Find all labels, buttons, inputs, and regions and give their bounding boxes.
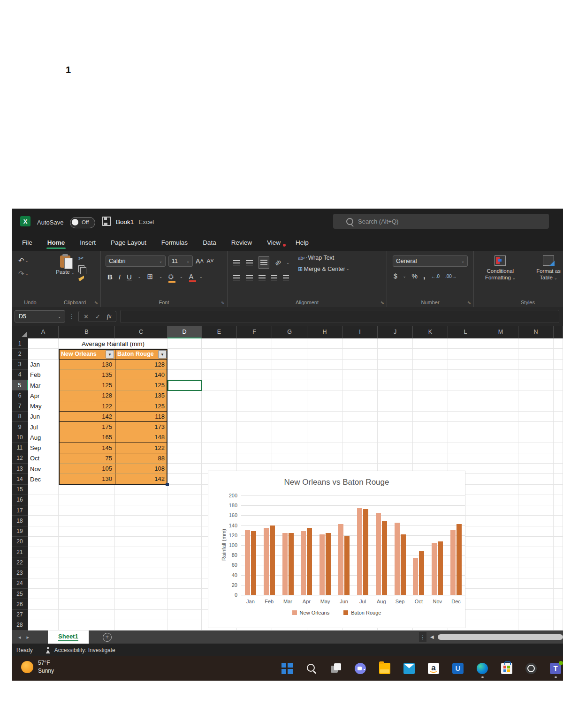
grow-font-button[interactable]: A˄ <box>196 257 204 265</box>
cell-baton-rouge-jun[interactable]: 118 <box>115 412 167 422</box>
amazon-icon[interactable]: a <box>428 663 439 674</box>
tab-file[interactable]: File <box>16 236 38 249</box>
row-header-8[interactable]: 8 <box>12 412 28 422</box>
tab-view[interactable]: View <box>261 236 286 249</box>
cell-month-jul[interactable]: Jul <box>28 422 59 432</box>
cell-baton-rouge-feb[interactable]: 140 <box>115 370 167 380</box>
row-header-28[interactable]: 28 <box>12 620 28 630</box>
task-view-icon[interactable] <box>330 663 342 674</box>
cell-new-orleans-may[interactable]: 122 <box>59 401 115 412</box>
tab-home[interactable]: Home <box>42 236 71 249</box>
row-header-1[interactable]: 1 <box>12 338 28 349</box>
orientation-button[interactable]: ab <box>274 259 282 267</box>
row-header-3[interactable]: 3 <box>12 360 28 370</box>
sheet-tab-sheet1[interactable]: Sheet1 <box>48 630 89 644</box>
column-header-E[interactable]: E <box>202 326 237 338</box>
row-header-5[interactable]: 5 <box>12 380 28 390</box>
cell-baton-rouge-mar[interactable]: 125 <box>115 380 167 390</box>
column-header-H[interactable]: H <box>307 326 342 338</box>
cell-baton-rouge-oct[interactable]: 88 <box>115 453 167 464</box>
tab-review[interactable]: Review <box>226 236 258 249</box>
conditional-formatting-button[interactable]: Conditional Formatting ⌄ <box>482 255 518 281</box>
enter-button[interactable]: ✓ <box>95 313 100 320</box>
column-header-D[interactable]: D <box>167 326 202 338</box>
row-header-25[interactable]: 25 <box>12 589 28 599</box>
cell-month-dec[interactable]: Dec <box>28 474 59 484</box>
excel-app-icon[interactable]: X <box>20 216 30 226</box>
cell-month-aug[interactable]: Aug <box>28 432 59 443</box>
cell-baton-rouge-sep[interactable]: 122 <box>115 443 167 453</box>
cell-month-may[interactable]: May <box>28 401 59 412</box>
row-header-13[interactable]: 13 <box>12 464 28 474</box>
font-size-select[interactable]: 11⌄ <box>168 255 193 267</box>
cell-baton-rouge-apr[interactable]: 135 <box>115 390 167 401</box>
increase-decimal-button[interactable]: ←.0 <box>431 274 440 279</box>
cell-new-orleans-mar[interactable]: 125 <box>59 380 115 390</box>
tab-formulas[interactable]: Formulas <box>156 236 193 249</box>
accessibility-status[interactable]: Accessibility: Investigate <box>45 647 115 653</box>
search-input[interactable]: Search (Alt+Q) <box>333 214 549 229</box>
alignment-dialog-launcher[interactable]: ⇘ <box>380 300 384 305</box>
decrease-decimal-button[interactable]: .00→ <box>445 274 456 279</box>
cell-new-orleans-apr[interactable]: 128 <box>59 390 115 401</box>
sheet-nav-arrows[interactable]: ◂▸ <box>18 634 35 640</box>
search-icon[interactable] <box>306 663 317 674</box>
row-header-4[interactable]: 4 <box>12 370 28 380</box>
cell-baton-rouge-jan[interactable]: 128 <box>115 360 167 370</box>
select-all-corner[interactable] <box>12 326 29 339</box>
tab-page-layout[interactable]: Page Layout <box>105 236 152 249</box>
column-header-C[interactable]: C <box>115 326 167 338</box>
align-middle-button[interactable] <box>246 260 253 265</box>
row-header-17[interactable]: 17 <box>12 505 28 516</box>
cell-baton-rouge-may[interactable]: 125 <box>115 401 167 412</box>
row-header-19[interactable]: 19 <box>12 526 28 537</box>
cell-baton-rouge-aug[interactable]: 148 <box>115 432 167 443</box>
cut-button[interactable]: ✂ <box>78 255 84 262</box>
row-header-14[interactable]: 14 <box>12 474 28 484</box>
format-painter-button[interactable] <box>78 276 84 281</box>
weather-widget[interactable]: 57°F Sunny <box>21 659 54 675</box>
comma-style-button[interactable]: , <box>423 271 426 281</box>
underline-button[interactable]: U <box>127 273 132 281</box>
column-header-K[interactable]: K <box>413 326 448 338</box>
autosave-toggle[interactable]: Off <box>70 217 95 228</box>
teams-chat-icon[interactable] <box>355 663 366 674</box>
align-center-button[interactable] <box>246 275 253 280</box>
blue-app-icon[interactable]: U <box>452 663 464 674</box>
row-header-12[interactable]: 12 <box>12 453 28 464</box>
font-dialog-launcher[interactable]: ⇘ <box>221 300 225 305</box>
row-header-11[interactable]: 11 <box>12 443 28 453</box>
horizontal-scrollbar-thumb[interactable] <box>438 634 563 640</box>
align-left-button[interactable] <box>233 275 240 280</box>
italic-button[interactable]: I <box>119 273 121 281</box>
row-header-10[interactable]: 10 <box>12 432 28 443</box>
font-color-button[interactable]: A <box>189 273 193 280</box>
cell-new-orleans-jul[interactable]: 175 <box>59 422 115 432</box>
bold-button[interactable]: B <box>107 273 113 281</box>
cell-month-nov[interactable]: Nov <box>28 464 59 474</box>
row-header-27[interactable]: 27 <box>12 610 28 620</box>
format-as-table-button[interactable]: Format as Table ⌄ <box>531 255 563 281</box>
increase-indent-button[interactable] <box>283 275 289 280</box>
tab-data[interactable]: Data <box>197 236 222 249</box>
row-header-23[interactable]: 23 <box>12 568 28 578</box>
scrollbar-grip[interactable]: ⋮ <box>419 632 426 642</box>
row-header-20[interactable]: 20 <box>12 537 28 547</box>
cell-month-apr[interactable]: Apr <box>28 390 59 401</box>
cell-baton-rouge-jul[interactable]: 173 <box>115 422 167 432</box>
row-header-2[interactable]: 2 <box>12 349 28 359</box>
file-explorer-icon[interactable] <box>379 663 390 674</box>
table-resize-handle[interactable] <box>166 483 169 486</box>
edge-icon[interactable] <box>477 663 488 674</box>
cell-month-oct[interactable]: Oct <box>28 453 59 464</box>
fill-color-button[interactable]: ⛭ <box>168 273 174 281</box>
cancel-button[interactable]: ✕ <box>84 313 89 320</box>
row-header-22[interactable]: 22 <box>12 557 28 568</box>
tab-help[interactable]: Help <box>290 236 314 249</box>
font-name-select[interactable]: Calibri⌄ <box>106 255 166 267</box>
cell-new-orleans-sep[interactable]: 145 <box>59 443 115 453</box>
mail-icon[interactable] <box>403 663 415 674</box>
clipboard-dialog-launcher[interactable]: ⇘ <box>94 300 98 305</box>
cell-new-orleans-feb[interactable]: 135 <box>59 370 115 380</box>
windows-start-icon[interactable] <box>282 663 293 674</box>
